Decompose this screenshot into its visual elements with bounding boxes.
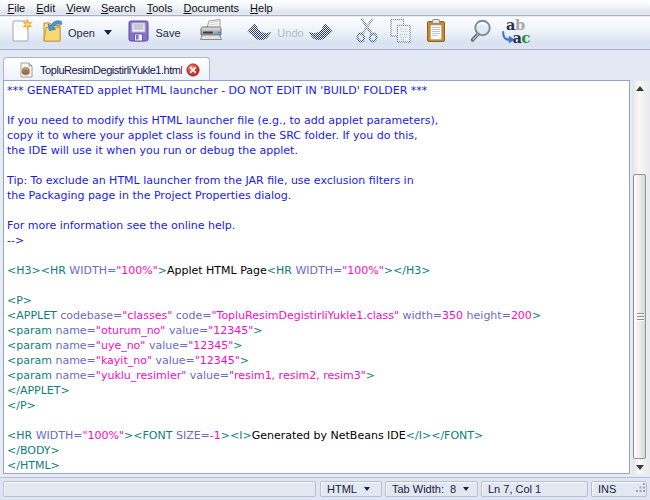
editor-line: --> <box>7 233 629 248</box>
editor-line <box>7 413 629 428</box>
undo-button-label: Undo <box>277 27 303 39</box>
scroll-down-arrow-icon <box>636 465 644 470</box>
save-button[interactable]: Save <box>125 18 183 47</box>
editor-line: </HTML> <box>7 458 629 473</box>
copy-icon <box>388 18 414 48</box>
editor-line: <param name="yuklu_resimler" value="resi… <box>7 368 629 383</box>
status-bar: HTML Tab Width: 8 Ln 7, Col 1 INS <box>0 477 650 500</box>
redo-button[interactable] <box>303 18 339 47</box>
tab-width-dropdown-arrow-icon <box>463 487 469 491</box>
toolbar: Open Save <box>0 17 650 50</box>
open-dropdown-arrow-icon <box>104 30 112 35</box>
menu-edit[interactable]: Edit <box>31 1 61 15</box>
save-button-label: Save <box>155 27 180 39</box>
editor-line <box>7 203 629 218</box>
new-document-icon <box>8 17 34 49</box>
menu-documents[interactable]: Documents <box>178 1 245 15</box>
replace-ab-ac-icon: a b a c <box>500 18 530 48</box>
editor-line: copy it to where your applet class is fo… <box>7 128 629 143</box>
tab-close-button[interactable] <box>186 63 200 77</box>
find-button[interactable] <box>464 18 498 47</box>
editor-line: <H3><HR WIDTH="100%">Applet HTML Page<HR… <box>7 263 629 278</box>
menu-search[interactable]: Search <box>95 1 141 15</box>
cursor-position-indicator: Ln 7, Col 1 <box>481 481 588 497</box>
copy-button[interactable] <box>384 18 418 47</box>
text-editor-area[interactable]: *** GENERATED applet HTML launcher - DO … <box>3 80 630 474</box>
window-resize-grip[interactable] <box>635 479 647 497</box>
open-dropdown-button[interactable] <box>99 18 117 47</box>
editor-line <box>7 158 629 173</box>
html-file-icon <box>19 62 34 78</box>
open-button-label: Open <box>68 27 95 39</box>
editor-line: <APPLET codebase="classes" code="TopluRe… <box>7 308 629 323</box>
find-magnifier-icon <box>468 18 494 48</box>
cut-button[interactable] <box>350 18 384 47</box>
new-button[interactable] <box>5 18 37 47</box>
cursor-position-label: Ln 7, Col 1 <box>488 483 541 495</box>
gedit-window: File Edit View Search Tools Documents He… <box>0 0 650 500</box>
editor-line: If you need to modify this HTML launcher… <box>7 113 629 128</box>
editor-line: <HR WIDTH="100%"><FONT SIZE=-1><I>Genera… <box>7 428 629 443</box>
scroll-up-button[interactable] <box>632 81 648 95</box>
replace-button[interactable]: a b a c <box>496 18 534 47</box>
tab-filename: TopluResimDegistirliYukle1.html <box>40 64 182 76</box>
tab-bar: TopluResimDegistirliYukle1.html <box>0 50 650 81</box>
input-mode-label: INS <box>598 483 616 495</box>
editor-line: For more information see the online help… <box>7 218 629 233</box>
menu-file[interactable]: File <box>2 1 31 15</box>
editor-line: Tip: To exclude an HTML launcher from th… <box>7 173 629 188</box>
editor-line: </P> <box>7 398 629 413</box>
scroll-down-button[interactable] <box>632 460 648 474</box>
redo-icon <box>308 18 334 48</box>
undo-icon <box>246 18 272 48</box>
menu-bar: File Edit View Search Tools Documents He… <box>0 0 650 16</box>
paste-clipboard-icon <box>424 18 448 48</box>
editor-line: <P> <box>7 293 629 308</box>
scrollbar-thumb-grip-icon <box>637 313 644 322</box>
menu-tools[interactable]: Tools <box>141 1 178 15</box>
svg-text:c: c <box>522 29 531 44</box>
editor-line: <param name="kayit_no" value="12345"> <box>7 353 629 368</box>
editor-line: <param name="uye_no" value="12345"> <box>7 338 629 353</box>
editor-line: </BODY> <box>7 443 629 458</box>
menu-view[interactable]: View <box>61 1 96 15</box>
editor-line: </APPLET> <box>7 383 629 398</box>
editor-line: the IDE will use it when you run or debu… <box>7 143 629 158</box>
editor-line: the Packaging page in the Project Proper… <box>7 188 629 203</box>
vertical-scrollbar[interactable] <box>632 81 648 474</box>
cut-scissors-icon <box>354 18 380 48</box>
scrollbar-thumb[interactable] <box>633 174 646 459</box>
paste-button[interactable] <box>419 18 453 47</box>
editor-line <box>7 98 629 113</box>
language-selector[interactable]: HTML <box>320 481 382 497</box>
open-button[interactable]: Open <box>39 18 97 47</box>
undo-button[interactable]: Undo <box>246 18 304 47</box>
editor-line <box>7 248 629 263</box>
editor-lines: *** GENERATED applet HTML launcher - DO … <box>4 81 629 473</box>
tab-toplu-resim[interactable]: TopluResimDegistirliYukle1.html <box>3 57 210 81</box>
language-dropdown-arrow-icon <box>364 487 370 491</box>
save-floppy-icon <box>127 19 150 47</box>
editor-line <box>7 278 629 293</box>
statusbar-message-area <box>3 481 316 497</box>
open-folder-icon <box>41 18 63 48</box>
print-button[interactable] <box>193 18 229 47</box>
print-icon <box>197 18 225 48</box>
language-label: HTML <box>327 483 357 495</box>
editor-line: <param name="oturum_no" value="12345"> <box>7 323 629 338</box>
scroll-up-arrow-icon <box>636 86 644 91</box>
tab-width-selector[interactable]: Tab Width: 8 <box>385 481 478 497</box>
menu-help[interactable]: Help <box>245 1 279 15</box>
tab-width-label: Tab Width: 8 <box>392 483 456 495</box>
editor-line: *** GENERATED applet HTML launcher - DO … <box>7 83 629 98</box>
